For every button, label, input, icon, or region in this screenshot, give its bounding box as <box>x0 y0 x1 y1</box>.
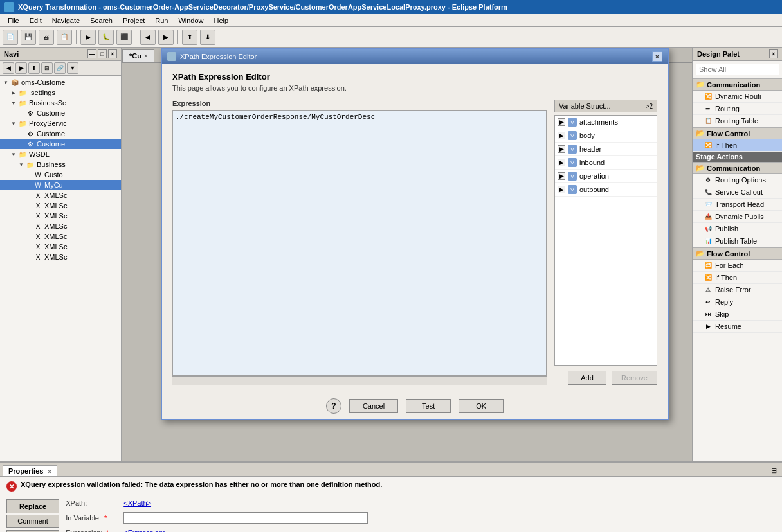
variable-tree-item[interactable]: ▶Voutbound <box>555 183 657 197</box>
stage-item-routing-options[interactable]: ⚙ Routing Options <box>693 174 782 186</box>
comment-button[interactable]: Comment <box>6 515 59 528</box>
variable-tree-item[interactable]: ▶Voperation <box>555 170 657 183</box>
variable-tree-item[interactable]: ▶Vinbound <box>555 156 657 170</box>
toolbar-btn-new[interactable]: 📄 <box>3 30 18 45</box>
properties-tab-close[interactable]: × <box>48 468 51 475</box>
stage-item-dynamic-publish[interactable]: 📤 Dynamic Publis <box>693 211 782 223</box>
tree-arrow[interactable]: ▼ <box>3 79 9 85</box>
tree-item[interactable]: XXMLSc <box>0 231 121 242</box>
tree-item[interactable]: ⚙Custome <box>0 129 121 139</box>
xpath-link[interactable]: <XPath> <box>123 499 151 507</box>
help-button[interactable]: ? <box>326 398 341 414</box>
stage-item-raise-error[interactable]: ⚠ Raise Error <box>693 284 782 296</box>
var-expand-btn[interactable]: ▶ <box>558 145 565 153</box>
var-expand-btn[interactable]: ▶ <box>558 172 565 180</box>
palette-item-dynamic-routing[interactable]: 🔀 Dynamic Routi <box>693 91 782 103</box>
tree-arrow[interactable]: ▶ <box>10 89 17 96</box>
stage-item-reply[interactable]: ↩ Reply <box>693 296 782 308</box>
dialog-close-button[interactable]: × <box>652 51 662 62</box>
tree-item[interactable]: ▼📦oms-Custome <box>0 77 121 87</box>
tree-item[interactable]: WCusto <box>0 170 121 180</box>
menu-edit[interactable]: Edit <box>24 15 47 26</box>
toolbar-btn-forward[interactable]: ▶ <box>158 30 174 45</box>
tree-item[interactable]: ▼📁Business <box>0 159 121 170</box>
toolbar-btn-run[interactable]: ▶ <box>80 30 96 45</box>
menu-help[interactable]: Help <box>209 15 234 26</box>
palette-item-routing[interactable]: ➡ Routing <box>693 103 782 115</box>
palette-item-routing-table[interactable]: 📋 Routing Table <box>693 115 782 127</box>
tree-item[interactable]: ▼📁WSDL <box>0 149 121 159</box>
test-button[interactable]: Test <box>406 399 451 413</box>
remove-button[interactable]: Remove <box>612 371 657 385</box>
stage-item-if-then-2[interactable]: 🔀 If Then <box>693 272 782 284</box>
toolbar-btn-back[interactable]: ◀ <box>140 30 156 45</box>
stage-item-resume[interactable]: ▶ Resume <box>693 321 782 333</box>
tree-item[interactable]: XXMLSc <box>0 211 121 221</box>
tree-item[interactable]: XXMLSc <box>0 200 121 211</box>
bottom-panel-expand-btn[interactable]: ⊟ <box>768 465 779 476</box>
tree-item[interactable]: XXMLSc <box>0 242 121 252</box>
variable-tree-item[interactable]: ▶Vbody <box>555 129 657 143</box>
add-button[interactable]: Add <box>568 371 606 385</box>
var-expand-btn[interactable]: ▶ <box>558 132 565 139</box>
tree-arrow[interactable]: ▼ <box>18 161 24 168</box>
menu-navigate[interactable]: Navigate <box>47 15 85 26</box>
in-variable-input[interactable] <box>123 512 368 524</box>
toolbar-btn-nav2[interactable]: ⬇ <box>200 30 215 45</box>
tree-item[interactable]: ▼📁BusinessSe <box>0 98 121 108</box>
toolbar-btn-misc[interactable]: 📋 <box>57 30 72 45</box>
menu-file[interactable]: File <box>3 15 24 26</box>
cancel-button[interactable]: Cancel <box>349 399 398 413</box>
expression-hscrollbar[interactable] <box>172 376 547 385</box>
var-expand-btn[interactable]: ▶ <box>558 186 565 193</box>
var-expand-btn[interactable]: ▶ <box>558 159 565 166</box>
tree-arrow[interactable]: ▼ <box>10 100 17 106</box>
toolbar-btn-print[interactable]: 🖨 <box>39 30 54 45</box>
navigator-maximize-btn[interactable]: □ <box>98 49 107 58</box>
nav-toolbar-link[interactable]: 🔗 <box>54 62 66 74</box>
toolbar-btn-save[interactable]: 💾 <box>21 30 36 45</box>
tree-item[interactable]: ⚙Custome <box>0 139 121 149</box>
stage-item-publish[interactable]: 📢 Publish <box>693 223 782 235</box>
tree-item[interactable]: XXMLSc <box>0 252 121 262</box>
stage-item-for-each[interactable]: 🔁 For Each <box>693 260 782 272</box>
tree-arrow[interactable]: ▼ <box>10 120 17 127</box>
navigator-close-btn[interactable]: × <box>108 49 117 58</box>
stage-item-publish-table[interactable]: 📊 Publish Table <box>693 235 782 247</box>
navigator-minimize-btn[interactable]: — <box>87 49 96 58</box>
menu-run[interactable]: Run <box>150 15 173 26</box>
stage-item-skip[interactable]: ⏭ Skip <box>693 308 782 321</box>
tree-item[interactable]: WMyCu <box>0 180 121 190</box>
tree-item[interactable]: XXMLSc <box>0 190 121 200</box>
tree-item[interactable]: ▶📁.settings <box>0 87 121 98</box>
palette-close-btn[interactable]: × <box>769 49 778 58</box>
palette-search-input[interactable] <box>696 64 779 75</box>
stage-item-service-callout[interactable]: 📞 Service Callout <box>693 186 782 199</box>
expression-link[interactable]: <Expression> <box>123 529 167 532</box>
nav-toolbar-back[interactable]: ◀ <box>3 62 14 74</box>
ok-button[interactable]: OK <box>459 399 504 413</box>
var-expand-btn[interactable]: ▶ <box>558 118 565 126</box>
variable-tree-item[interactable]: ▶Vattachments <box>555 116 657 129</box>
nav-toolbar-up[interactable]: ⬆ <box>28 62 40 74</box>
stage-group-communication[interactable]: 📂 Communication <box>693 162 782 174</box>
toolbar-btn-stop[interactable]: ⬛ <box>116 30 132 45</box>
palette-item-if-then[interactable]: 🔀 If Then <box>693 139 782 152</box>
expression-input[interactable] <box>173 111 546 375</box>
menu-project[interactable]: Project <box>118 15 150 26</box>
variable-tree-item[interactable]: ▶Vheader <box>555 143 657 156</box>
menu-search[interactable]: Search <box>85 15 118 26</box>
tree-item[interactable]: ⚙Custome <box>0 108 121 118</box>
tree-item[interactable]: XXMLSc <box>0 221 121 231</box>
stage-item-transport-headers[interactable]: 📨 Transport Head <box>693 199 782 211</box>
nav-toolbar-menu[interactable]: ▼ <box>67 62 78 74</box>
palette-group-communication[interactable]: 📁 Communication <box>693 78 782 91</box>
nav-toolbar-collapse[interactable]: ⊟ <box>41 62 53 74</box>
properties-tab[interactable]: Properties × <box>3 465 57 476</box>
menu-window[interactable]: Window <box>173 15 208 26</box>
palette-group-flow-control[interactable]: 📂 Flow Control <box>693 127 782 139</box>
toolbar-btn-debug[interactable]: 🐛 <box>98 30 114 45</box>
tree-item[interactable]: ▼📁ProxyServic <box>0 118 121 129</box>
tree-arrow[interactable]: ▼ <box>10 151 17 157</box>
stage-group-flow-control[interactable]: 📂 Flow Control <box>693 247 782 260</box>
